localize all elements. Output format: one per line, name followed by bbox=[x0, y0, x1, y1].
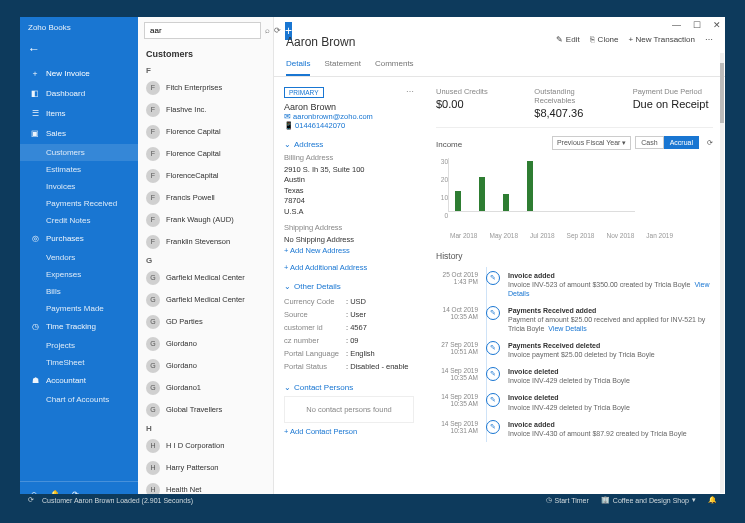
customer-email[interactable]: ✉ aaronbrown@zoho.com bbox=[284, 112, 414, 121]
nav-purchases[interactable]: ◎Purchases bbox=[20, 229, 138, 249]
address-section[interactable]: ⌄ Address bbox=[284, 140, 414, 149]
list-item[interactable]: GGarfield Medical Center bbox=[138, 267, 273, 289]
customer-phone[interactable]: 📱 014461442070 bbox=[284, 121, 414, 130]
list-item[interactable]: GGlobal Travellers bbox=[138, 399, 273, 421]
nav-label: Time Tracking bbox=[46, 322, 96, 331]
list-item[interactable]: FFlashve Inc. bbox=[138, 99, 273, 121]
nav-new-invoice[interactable]: ＋New Invoice bbox=[20, 64, 138, 84]
history-text: Invoice deletedInvoice INV-429 deleted b… bbox=[508, 367, 713, 385]
list-item[interactable]: GGiordano bbox=[138, 355, 273, 377]
history-item: 25 Oct 20191:43 PM✎Invoice addedInvoice … bbox=[436, 267, 713, 302]
y-tick: 30 bbox=[436, 158, 448, 176]
minimize-icon[interactable]: — bbox=[672, 20, 681, 30]
history-date: 25 Oct 20191:43 PM bbox=[436, 271, 478, 298]
nav-items[interactable]: ☰Items bbox=[20, 104, 138, 124]
tab-statement[interactable]: Statement bbox=[324, 55, 360, 76]
list-item[interactable]: GGarfield Medical Center bbox=[138, 289, 273, 311]
nav-sub-timesheet[interactable]: TimeSheet bbox=[20, 354, 138, 371]
list-item[interactable]: FFlorence Capital bbox=[138, 121, 273, 143]
list-item[interactable]: FFrancis Powell bbox=[138, 187, 273, 209]
edit-button[interactable]: ✎ Edit bbox=[556, 35, 580, 44]
nav-sub-payments-made[interactable]: Payments Made bbox=[20, 300, 138, 317]
list-item[interactable]: FFlorence Capital bbox=[138, 143, 273, 165]
search-icon[interactable]: ⌕ bbox=[265, 26, 270, 35]
history-icon: ✎ bbox=[486, 420, 500, 434]
nav-accountant[interactable]: ☗Accountant bbox=[20, 371, 138, 391]
detail-key: Source bbox=[284, 310, 346, 319]
list-item[interactable]: HH I D Corporation bbox=[138, 435, 273, 457]
org-selector[interactable]: 🏢 Coffee and Design Shop ▾ bbox=[601, 496, 696, 504]
list-item[interactable]: GGiordano bbox=[138, 333, 273, 355]
card-label: Outstanding Receivables bbox=[534, 87, 614, 105]
customer-name: Garfield Medical Center bbox=[166, 273, 245, 282]
avatar: F bbox=[146, 213, 160, 227]
history-header: History bbox=[436, 251, 713, 261]
nav-sub-projects[interactable]: Projects bbox=[20, 337, 138, 354]
list-item[interactable]: GGD Parties bbox=[138, 311, 273, 333]
add-new-address[interactable]: + Add New Address bbox=[284, 246, 414, 255]
maximize-icon[interactable]: ☐ bbox=[693, 20, 701, 30]
contact-persons-section[interactable]: ⌄ Contact Persons bbox=[284, 383, 414, 392]
new-transaction-button[interactable]: + New Transaction bbox=[629, 35, 695, 44]
chart-title: Income bbox=[436, 140, 462, 149]
add-additional-address[interactable]: + Add Additional Address bbox=[284, 263, 414, 272]
back-button[interactable]: ← bbox=[20, 38, 138, 64]
addr-line: Texas bbox=[284, 186, 414, 197]
x-tick: Nov 2018 bbox=[606, 232, 634, 239]
card-value: $8,407.36 bbox=[534, 107, 614, 119]
x-tick: Sep 2018 bbox=[567, 232, 595, 239]
seg-cash[interactable]: Cash bbox=[635, 136, 663, 149]
detail-value: : 09 bbox=[346, 336, 359, 345]
details-more-icon[interactable]: ⋯ bbox=[406, 87, 414, 96]
list-item[interactable]: FFrank Waugh (AUD) bbox=[138, 209, 273, 231]
alpha-header: G bbox=[138, 253, 273, 267]
nav-sales[interactable]: ▣Sales bbox=[20, 124, 138, 144]
nav-sub-expenses[interactable]: Expenses bbox=[20, 266, 138, 283]
customer-name: Garfield Medical Center bbox=[166, 295, 245, 304]
nav-sub-credit-notes[interactable]: Credit Notes bbox=[20, 212, 138, 229]
period-dropdown[interactable]: Previous Fiscal Year ▾ bbox=[552, 136, 631, 150]
nav-dashboard[interactable]: ◧Dashboard bbox=[20, 84, 138, 104]
status-bell-icon[interactable]: 🔔 bbox=[708, 496, 717, 504]
avatar: G bbox=[146, 315, 160, 329]
nav-time[interactable]: ◷Time Tracking bbox=[20, 317, 138, 337]
clone-button[interactable]: ⎘ Clone bbox=[590, 35, 619, 44]
customer-name: Fitch Enterprises bbox=[166, 83, 222, 92]
history-date: 27 Sep 201910:51 AM bbox=[436, 341, 478, 359]
seg-accrual[interactable]: Accrual bbox=[664, 136, 699, 149]
nav-sub-invoices[interactable]: Invoices bbox=[20, 178, 138, 195]
nav-sub-chart-of-accounts[interactable]: Chart of Accounts bbox=[20, 391, 138, 408]
nav-sub-customers[interactable]: Customers bbox=[20, 144, 138, 161]
detail-row: cz number: 09 bbox=[284, 334, 414, 347]
add-contact-person[interactable]: + Add Contact Person bbox=[284, 427, 414, 436]
status-sync-icon[interactable]: ⟳ bbox=[28, 496, 34, 504]
list-item[interactable]: FFitch Enterprises bbox=[138, 77, 273, 99]
tab-comments[interactable]: Comments bbox=[375, 55, 414, 76]
card-value: Due on Receipt bbox=[633, 98, 713, 110]
org-label: Coffee and Design Shop bbox=[613, 497, 689, 504]
list-item[interactable]: FFranklin Stevenson bbox=[138, 231, 273, 253]
close-icon[interactable]: ✕ bbox=[713, 20, 721, 30]
nav-sub-bills[interactable]: Bills bbox=[20, 283, 138, 300]
more-menu-icon[interactable]: ⋯ bbox=[705, 35, 713, 44]
search-input[interactable] bbox=[144, 22, 261, 39]
other-details-section[interactable]: ⌄ Other Details bbox=[284, 282, 414, 291]
chart-refresh-icon[interactable]: ⟳ bbox=[707, 139, 713, 147]
list-item[interactable]: GGiordano1 bbox=[138, 377, 273, 399]
billing-label: Billing Address bbox=[284, 153, 414, 162]
view-details-link[interactable]: View Details bbox=[508, 281, 710, 297]
view-details-link[interactable]: View Details bbox=[548, 325, 586, 332]
detail-row: Portal Status: Disabled - enable bbox=[284, 360, 414, 373]
scrollbar[interactable] bbox=[720, 53, 724, 493]
edit-label: Edit bbox=[566, 35, 580, 44]
email-text: aaronbrown@zoho.com bbox=[293, 112, 373, 121]
start-timer[interactable]: ◷ Start Timer bbox=[546, 496, 589, 504]
list-item[interactable]: HHarry Patterson bbox=[138, 457, 273, 479]
history-icon: ✎ bbox=[486, 271, 500, 285]
tab-details[interactable]: Details bbox=[286, 55, 310, 76]
nav-sub-vendors[interactable]: Vendors bbox=[20, 249, 138, 266]
nav-sub-payments-received[interactable]: Payments Received bbox=[20, 195, 138, 212]
list-item[interactable]: FFlorenceCapital bbox=[138, 165, 273, 187]
avatar: H bbox=[146, 439, 160, 453]
nav-sub-estimates[interactable]: Estimates bbox=[20, 161, 138, 178]
